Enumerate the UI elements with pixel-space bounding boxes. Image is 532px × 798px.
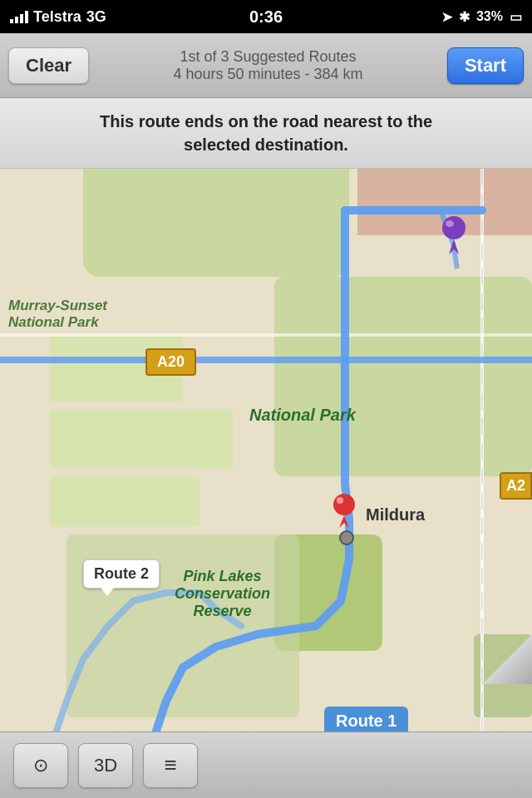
network-label: 3G [86, 8, 106, 26]
compass-icon: ⊙ [33, 755, 48, 776]
current-location-dot [339, 530, 354, 545]
location-pin-red [332, 493, 356, 531]
info-banner: This route ends on the road nearest to t… [0, 98, 532, 169]
battery-icon: ▭ [510, 9, 522, 25]
svg-point-3 [337, 497, 343, 504]
battery-label: 33% [476, 9, 503, 24]
location-icon: ➤ [441, 9, 452, 25]
signal-icon [10, 11, 28, 23]
bluetooth-icon: ✱ [459, 9, 470, 25]
info-message: This route ends on the road nearest to t… [17, 110, 515, 156]
start-button[interactable]: Start [447, 47, 524, 84]
route-2-label[interactable]: Route 2 [83, 559, 160, 589]
threed-label: 3D [94, 755, 117, 776]
time-label: 0:36 [249, 7, 283, 27]
road-sign-a2x: A2 [500, 472, 532, 500]
status-bar: Telstra 3G 0:36 ➤ ✱ 33% ▭ [0, 0, 532, 33]
route-subtitle: 4 hours 50 minutes - 384 km [97, 66, 439, 83]
location-button[interactable]: ⊙ [13, 743, 68, 788]
nav-center: 1st of 3 Suggested Routes 4 hours 50 min… [89, 48, 447, 83]
svg-point-1 [446, 220, 454, 227]
clear-button[interactable]: Clear [8, 47, 89, 84]
nav-bar: Clear 1st of 3 Suggested Routes 4 hours … [0, 33, 532, 98]
route-title: 1st of 3 Suggested Routes [97, 48, 439, 66]
list-icon: ≡ [164, 752, 176, 778]
svg-point-0 [442, 216, 466, 239]
svg-point-2 [333, 494, 355, 515]
destination-pin [441, 214, 467, 258]
threed-button[interactable]: 3D [78, 743, 133, 788]
bottom-toolbar: ⊙ 3D ≡ [0, 732, 532, 798]
list-button[interactable]: ≡ [143, 743, 198, 788]
carrier-label: Telstra [33, 8, 81, 26]
map-area[interactable]: A20 Murray-SunsetNational Park National … [0, 169, 532, 751]
road-sign-a20: A20 [145, 348, 196, 376]
